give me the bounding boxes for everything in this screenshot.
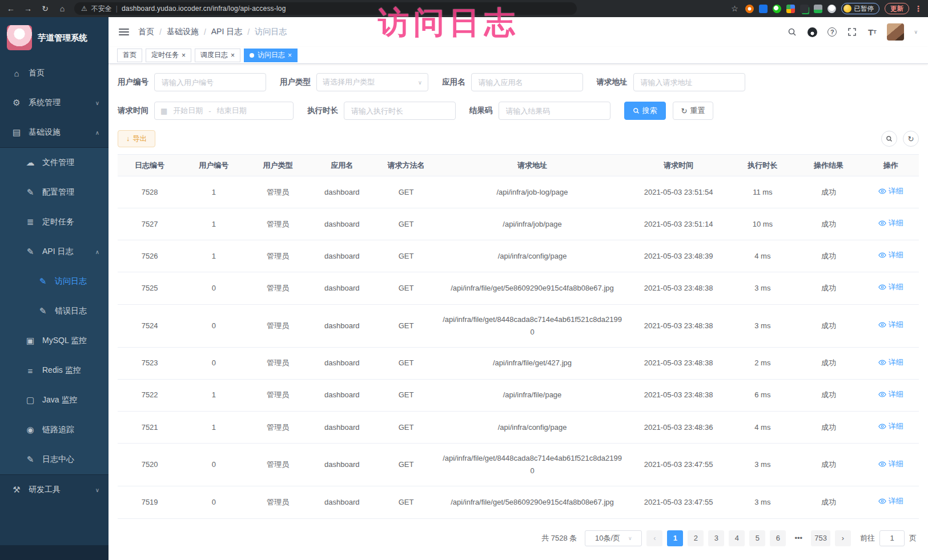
chevron-down-icon[interactable]: ∨ <box>914 29 918 35</box>
page-button[interactable]: 4 <box>729 530 745 546</box>
tab-schedule-log[interactable]: 调度日志 × <box>195 49 240 62</box>
extension-icon[interactable] <box>773 5 781 13</box>
tab-scheduled-jobs[interactable]: 定时任务 × <box>146 49 191 62</box>
next-page-button[interactable]: › <box>835 530 851 546</box>
user-type-cell: 管理员 <box>246 176 310 208</box>
app-name-input[interactable] <box>471 73 583 91</box>
extension-icon[interactable] <box>786 5 795 13</box>
sidebar-item-config-manage[interactable]: ✎ 配置管理 <box>0 178 109 207</box>
detail-link[interactable]: 详细 <box>878 319 903 331</box>
breadcrumb-item[interactable]: API 日志 <box>211 27 242 37</box>
detail-link[interactable]: 详细 <box>878 420 903 433</box>
detail-link[interactable]: 详细 <box>878 249 903 261</box>
detail-link[interactable]: 详细 <box>878 356 903 369</box>
sidebar-item-java-monitor[interactable]: ▢ Java 监控 <box>0 385 109 415</box>
breadcrumb-item[interactable]: 基础设施 <box>167 27 199 37</box>
back-icon[interactable]: ← <box>6 4 16 13</box>
sidebar-item-error-log[interactable]: ✎ 错误日志 <box>0 296 109 326</box>
user-id-input[interactable] <box>154 73 266 91</box>
tab-access-log[interactable]: 访问日志 × <box>244 49 298 62</box>
security-label[interactable]: 不安全 <box>91 4 112 14</box>
detail-link[interactable]: 详细 <box>878 185 903 198</box>
extension-icon[interactable] <box>827 5 836 13</box>
github-icon[interactable] <box>807 27 817 37</box>
address-bar[interactable]: ⚠ 不安全 | dashboard.yudao.iocoder.cn/infra… <box>74 2 577 15</box>
breadcrumb-item[interactable]: 首页 <box>138 27 154 37</box>
app-name-cell: dashboard <box>310 176 374 208</box>
page-button[interactable]: 5 <box>749 530 765 546</box>
log-id-cell: 7528 <box>118 176 182 208</box>
toggle-search-button[interactable] <box>881 131 897 147</box>
extension-icon[interactable] <box>745 5 754 13</box>
result-code-input[interactable] <box>499 102 610 120</box>
browser-menu-icon[interactable]: ⋮ <box>914 4 922 13</box>
hamburger-icon[interactable] <box>119 29 129 35</box>
sidebar-item-log-center[interactable]: ✎ 日志中心 <box>0 445 109 474</box>
table-header-row: 日志编号 用户编号 用户类型 应用名 请求方法名 请求地址 请求时间 执行时长 … <box>118 155 919 176</box>
sidebar-item-dev-tools[interactable]: ⚒ 研发工具 ∨ <box>0 475 109 505</box>
reset-button[interactable]: ↻ 重置 <box>673 102 714 120</box>
sidebar-item-file-manage[interactable]: ☁ 文件管理 <box>0 148 109 178</box>
close-icon[interactable]: × <box>182 52 186 59</box>
forward-icon[interactable]: → <box>23 4 33 13</box>
request-url-input[interactable] <box>633 73 745 91</box>
api-log-icon: ✎ <box>25 247 35 257</box>
avatar[interactable] <box>887 23 904 41</box>
detail-link[interactable]: 详细 <box>878 495 903 507</box>
fullscreen-icon[interactable] <box>847 27 857 37</box>
page-button[interactable]: 1 <box>667 530 683 546</box>
date-range-picker[interactable]: ▦ 开始日期 - 结束日期 <box>154 102 294 120</box>
extension-icon[interactable] <box>814 5 822 13</box>
page-button[interactable]: 6 <box>770 530 786 546</box>
browser-home-icon[interactable]: ⌂ <box>57 4 67 13</box>
duration-cell: 2 ms <box>730 347 794 379</box>
search-button[interactable]: 搜索 <box>624 102 666 120</box>
page-size-select[interactable]: 10条/页 ∨ <box>585 530 642 546</box>
page-button[interactable]: 3 <box>708 530 724 546</box>
close-icon[interactable]: × <box>231 52 235 59</box>
logo[interactable]: 芋道管理系统 <box>0 17 109 58</box>
sidebar-item-mysql-monitor[interactable]: ▣ MySQL 监控 <box>0 326 109 356</box>
sidebar-item-system[interactable]: ⚙ 系统管理 ∨ <box>0 88 109 118</box>
page-button[interactable]: 753 <box>811 530 830 546</box>
user-id-cell: 1 <box>182 379 246 411</box>
help-icon[interactable]: ? <box>827 27 837 37</box>
sidebar-item-label: 系统管理 <box>29 98 61 108</box>
search-icon[interactable] <box>787 27 797 37</box>
goto-page-input[interactable] <box>879 530 905 546</box>
paused-badge[interactable]: 已暂停 <box>841 3 880 14</box>
bookmark-star-icon[interactable]: ☆ <box>730 4 740 13</box>
detail-link[interactable]: 详细 <box>878 281 903 293</box>
update-button[interactable]: 更新 <box>885 3 909 14</box>
chevron-down-icon: ∨ <box>418 79 422 86</box>
export-button[interactable]: ↓ 导出 <box>118 130 155 147</box>
reload-icon[interactable]: ↻ <box>40 4 50 13</box>
close-icon[interactable]: × <box>288 52 292 59</box>
duration-input[interactable] <box>344 102 456 120</box>
sidebar-item-redis-monitor[interactable]: ≡ Redis 监控 <box>0 356 109 385</box>
prev-page-button[interactable]: ‹ <box>646 530 662 546</box>
sidebar-item-api-log[interactable]: ✎ API 日志 ∧ <box>0 237 109 267</box>
extension-icon[interactable] <box>759 5 768 13</box>
detail-link[interactable]: 详细 <box>878 217 903 229</box>
extension-icon[interactable] <box>800 5 809 13</box>
user-type-cell: 管理员 <box>246 304 310 347</box>
devtools-icon: ⚒ <box>11 485 22 495</box>
tab-home[interactable]: 首页 <box>117 49 142 62</box>
sidebar-item-home[interactable]: ⌂ 首页 <box>0 58 109 88</box>
user-id-cell: 1 <box>182 208 246 240</box>
user-type-select[interactable]: 请选择用户类型 ∨ <box>316 73 428 91</box>
more-pages-icon[interactable]: ••• <box>790 530 806 546</box>
detail-link[interactable]: 详细 <box>878 458 903 470</box>
refresh-button[interactable]: ↻ <box>903 131 919 147</box>
request-time-label: 请求时间 <box>118 106 148 116</box>
page-button[interactable]: 2 <box>688 530 704 546</box>
font-size-icon[interactable]: TT <box>867 27 877 37</box>
sidebar-item-infrastructure[interactable]: ▤ 基础设施 ∧ <box>0 118 109 147</box>
sidebar-item-scheduled-jobs[interactable]: ≣ 定时任务 <box>0 207 109 237</box>
user-id-cell: 1 <box>182 176 246 208</box>
sidebar-item-access-log[interactable]: ✎ 访问日志 <box>0 267 109 296</box>
sidebar-item-trace[interactable]: ◉ 链路追踪 <box>0 415 109 445</box>
detail-link[interactable]: 详细 <box>878 388 903 401</box>
url-text[interactable]: dashboard.yudao.iocoder.cn/infra/log/api… <box>122 5 286 13</box>
